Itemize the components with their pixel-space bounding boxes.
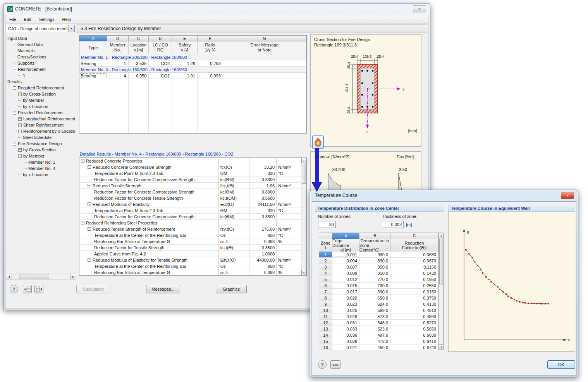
collapse-icon[interactable]: −: [13, 111, 16, 115]
detail-row[interactable]: Reduction Factor for Concrete Compressiv…: [79, 214, 301, 220]
scroll-down-icon[interactable]: ▼: [439, 344, 444, 350]
tree-item-member-no-4[interactable]: Member No. 4: [6, 165, 76, 171]
detail-row[interactable]: −Reduced Reinforcing Steel Properties: [79, 220, 301, 226]
design-case-combo[interactable]: CA1 - Design of concrete memb ▼: [6, 25, 75, 32]
tree-item-by-cross-section[interactable]: +by Cross-Section: [6, 147, 76, 153]
details-scroll-thumb[interactable]: [302, 164, 306, 184]
tree-item-materials[interactable]: Materials: [6, 48, 76, 54]
column-header-C[interactable]: C: [129, 36, 149, 41]
zone-row[interactable]: 20.004890.00.0870: [319, 258, 438, 264]
tree-item-reinforcement[interactable]: −Reinforcement: [6, 66, 76, 72]
tree-item-results[interactable]: Results: [6, 79, 76, 85]
thickness-input[interactable]: 0.003: [382, 221, 404, 228]
zone-row[interactable]: 40.009810.00.1430: [319, 270, 438, 276]
tree-item-supports[interactable]: Supports: [6, 60, 76, 66]
detail-row[interactable]: −Reduced Concrete Compressive Strengthfc…: [79, 164, 301, 170]
tree-item-cross-sections[interactable]: Cross-Sections: [6, 54, 76, 60]
zone-row[interactable]: 160.041450.00.6740: [319, 344, 438, 350]
zone-row[interactable]: 140.036497.00.6030: [319, 332, 438, 338]
messages-button[interactable]: Messages...: [146, 285, 180, 293]
tree-scroll-track[interactable]: [12, 274, 70, 279]
details-scrollbar[interactable]: ▲ ▼: [301, 158, 306, 275]
column-title[interactable]: Error Messageor Note: [223, 41, 306, 54]
expand-icon[interactable]: +: [18, 130, 22, 133]
ok-button[interactable]: OK: [547, 360, 575, 369]
member-section-row[interactable]: Member No. 4 - Rectangle 160/600 - Recta…: [79, 67, 306, 73]
tree-item-by-member[interactable]: by Member: [6, 97, 76, 103]
column-header-G[interactable]: G: [223, 36, 306, 41]
expand-icon[interactable]: +: [18, 148, 22, 152]
graphics-button[interactable]: Graphics: [216, 285, 247, 293]
collapse-icon[interactable]: −: [88, 258, 91, 262]
tree-item-fire-resistance-design[interactable]: −Fire Resistance Design: [6, 140, 76, 147]
zone-row[interactable]: 30.007850.00.1150: [319, 264, 438, 270]
collapse-icon[interactable]: −: [13, 86, 16, 90]
expand-icon[interactable]: +: [18, 93, 22, 96]
tree-item-required-reinforcement[interactable]: −Required Reinforcement: [6, 85, 76, 91]
previous-table-button[interactable]: [23, 285, 32, 293]
column-title[interactable]: LC / CORC: [149, 41, 172, 54]
column-title[interactable]: Safetyγ [-]: [172, 41, 198, 54]
column-header-B[interactable]: B: [107, 36, 129, 41]
chevron-down-icon[interactable]: ▼: [68, 25, 74, 32]
tree-item-by-member[interactable]: −by Member: [6, 153, 76, 159]
collapse-icon[interactable]: −: [88, 165, 91, 169]
scroll-up-icon[interactable]: ▲: [439, 233, 444, 238]
tree-item-by-x-location[interactable]: by x-Location: [6, 171, 76, 178]
dialog-close-button[interactable]: ×: [561, 192, 574, 199]
collapse-icon[interactable]: −: [88, 227, 91, 231]
detail-row[interactable]: Reinforcing Bar Strain at Temperature Θε…: [79, 269, 301, 275]
zone-row[interactable]: 60.015730.00.2550: [319, 283, 438, 289]
zone-scroll-thumb[interactable]: [439, 239, 444, 284]
column-title[interactable]: Zonei: [319, 239, 332, 252]
close-button[interactable]: ×: [413, 5, 426, 12]
tree-item-steel-schedule[interactable]: Steel Schedule: [6, 134, 76, 140]
expand-icon[interactable]: +: [18, 123, 22, 127]
column-title[interactable]: Type: [79, 41, 107, 54]
expand-icon[interactable]: +: [18, 117, 22, 121]
column-title[interactable]: Edge Distancexi [m]: [332, 239, 359, 252]
zone-row[interactable]: 80.020650.00.3750: [319, 295, 438, 301]
scroll-right-icon[interactable]: ▶: [70, 274, 76, 279]
column-title[interactable]: Locationx [m]: [129, 41, 149, 54]
column-title[interactable]: Ratio1/γ [-]: [198, 41, 223, 54]
collapse-icon[interactable]: −: [88, 184, 91, 187]
scroll-up-icon[interactable]: ▲: [301, 158, 306, 163]
dialog-help-button[interactable]: ?: [318, 360, 327, 369]
collapse-icon[interactable]: −: [18, 154, 22, 158]
menu-help[interactable]: Help: [58, 16, 75, 23]
collapse-icon[interactable]: −: [13, 68, 16, 71]
column-header-A[interactable]: A: [79, 36, 107, 41]
tree-item-input-data[interactable]: Input Data: [6, 35, 76, 41]
scroll-left-icon[interactable]: ◀: [6, 274, 12, 279]
column-title[interactable]: Temperature inZone Center[°C]: [359, 239, 390, 252]
fire-design-button[interactable]: [312, 135, 324, 149]
tree-item-general-data[interactable]: General Data: [6, 41, 76, 48]
tree-item-by-cross-section[interactable]: +by Cross-Section: [6, 91, 76, 97]
tree-scrollbar-horizontal[interactable]: ◀ ▶: [6, 274, 76, 279]
menu-edit[interactable]: Edit: [20, 16, 35, 23]
zone-row[interactable]: 110.028573.00.4890: [319, 313, 438, 320]
tree-item-reinforcement-by-x-locatio[interactable]: +Reinforcement by x-Locatio: [6, 128, 76, 134]
zone-row[interactable]: 150.039472.00.6410: [319, 338, 438, 344]
column-header-E[interactable]: E: [172, 36, 198, 41]
column-title[interactable]: ReductionFactor kc(Θ)i: [390, 239, 438, 252]
member-section-row[interactable]: Member No. 1 - Rectangle 200/200 - Recta…: [79, 54, 306, 60]
table-row[interactable]: Bending46.950CO21.010.993: [79, 73, 306, 79]
detail-row[interactable]: −Reduced Tensile Strengthfck,t(Θ)1.96N/m…: [79, 183, 301, 189]
detail-row[interactable]: Reduction Factor for Concrete Compressiv…: [79, 189, 301, 195]
tree-item-by-x-location[interactable]: by x-Location: [6, 103, 76, 110]
tree-item-shear-reinforcement[interactable]: +Shear Reinforcement: [6, 122, 76, 128]
detail-row[interactable]: −Reduced Modulus of ElasticityEcd(Θ)2411…: [79, 201, 301, 207]
tree-item-1[interactable]: 1: [6, 72, 76, 79]
scroll-down-icon[interactable]: ▼: [301, 270, 306, 275]
calculation-button[interactable]: Calculation: [76, 285, 110, 293]
detail-row[interactable]: Temperature at the Center of the Reinfor…: [79, 232, 301, 238]
column-title[interactable]: MemberNo.: [107, 41, 129, 54]
collapse-icon[interactable]: −: [81, 221, 84, 224]
zone-row[interactable]: 10.001930.00.0680: [319, 252, 438, 258]
decimal-places-button[interactable]: 0.00: [330, 360, 340, 369]
tree-item-longitudinal-reinforcement[interactable]: +Longitudinal Reinforcement: [6, 116, 76, 122]
detail-row[interactable]: −Reduced Modulus of Elasticity for Tensi…: [79, 257, 301, 263]
collapse-icon[interactable]: −: [13, 142, 16, 146]
